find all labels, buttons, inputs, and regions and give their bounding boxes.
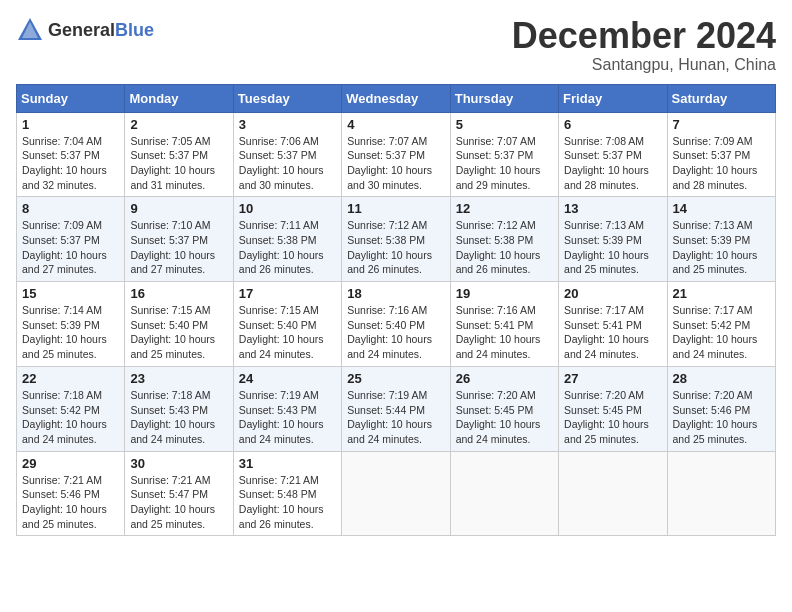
day-number: 26: [456, 371, 553, 386]
day-info: Sunrise: 7:09 AM Sunset: 5:37 PM Dayligh…: [22, 218, 119, 277]
day-number: 14: [673, 201, 770, 216]
day-cell-27: 27Sunrise: 7:20 AM Sunset: 5:45 PM Dayli…: [559, 366, 667, 451]
day-number: 1: [22, 117, 119, 132]
day-number: 11: [347, 201, 444, 216]
day-number: 23: [130, 371, 227, 386]
logo-general: GeneralBlue: [48, 21, 154, 40]
day-number: 7: [673, 117, 770, 132]
empty-cell: [559, 451, 667, 536]
day-info: Sunrise: 7:16 AM Sunset: 5:41 PM Dayligh…: [456, 303, 553, 362]
day-number: 2: [130, 117, 227, 132]
calendar-table: SundayMondayTuesdayWednesdayThursdayFrid…: [16, 84, 776, 537]
day-info: Sunrise: 7:21 AM Sunset: 5:46 PM Dayligh…: [22, 473, 119, 532]
day-cell-1: 1Sunrise: 7:04 AM Sunset: 5:37 PM Daylig…: [17, 112, 125, 197]
day-number: 16: [130, 286, 227, 301]
day-cell-29: 29Sunrise: 7:21 AM Sunset: 5:46 PM Dayli…: [17, 451, 125, 536]
day-number: 24: [239, 371, 336, 386]
empty-cell: [450, 451, 558, 536]
day-info: Sunrise: 7:21 AM Sunset: 5:48 PM Dayligh…: [239, 473, 336, 532]
day-number: 22: [22, 371, 119, 386]
day-cell-30: 30Sunrise: 7:21 AM Sunset: 5:47 PM Dayli…: [125, 451, 233, 536]
day-cell-14: 14Sunrise: 7:13 AM Sunset: 5:39 PM Dayli…: [667, 197, 775, 282]
week-row-3: 15Sunrise: 7:14 AM Sunset: 5:39 PM Dayli…: [17, 282, 776, 367]
day-info: Sunrise: 7:16 AM Sunset: 5:40 PM Dayligh…: [347, 303, 444, 362]
day-cell-21: 21Sunrise: 7:17 AM Sunset: 5:42 PM Dayli…: [667, 282, 775, 367]
day-info: Sunrise: 7:11 AM Sunset: 5:38 PM Dayligh…: [239, 218, 336, 277]
day-cell-28: 28Sunrise: 7:20 AM Sunset: 5:46 PM Dayli…: [667, 366, 775, 451]
day-info: Sunrise: 7:20 AM Sunset: 5:46 PM Dayligh…: [673, 388, 770, 447]
weekday-header-friday: Friday: [559, 84, 667, 112]
day-info: Sunrise: 7:12 AM Sunset: 5:38 PM Dayligh…: [347, 218, 444, 277]
day-number: 5: [456, 117, 553, 132]
day-number: 17: [239, 286, 336, 301]
day-cell-16: 16Sunrise: 7:15 AM Sunset: 5:40 PM Dayli…: [125, 282, 233, 367]
day-cell-9: 9Sunrise: 7:10 AM Sunset: 5:37 PM Daylig…: [125, 197, 233, 282]
weekday-header-thursday: Thursday: [450, 84, 558, 112]
day-info: Sunrise: 7:07 AM Sunset: 5:37 PM Dayligh…: [347, 134, 444, 193]
day-cell-31: 31Sunrise: 7:21 AM Sunset: 5:48 PM Dayli…: [233, 451, 341, 536]
day-info: Sunrise: 7:19 AM Sunset: 5:43 PM Dayligh…: [239, 388, 336, 447]
day-number: 9: [130, 201, 227, 216]
day-info: Sunrise: 7:20 AM Sunset: 5:45 PM Dayligh…: [564, 388, 661, 447]
day-cell-10: 10Sunrise: 7:11 AM Sunset: 5:38 PM Dayli…: [233, 197, 341, 282]
day-cell-19: 19Sunrise: 7:16 AM Sunset: 5:41 PM Dayli…: [450, 282, 558, 367]
day-info: Sunrise: 7:13 AM Sunset: 5:39 PM Dayligh…: [564, 218, 661, 277]
empty-cell: [342, 451, 450, 536]
day-cell-20: 20Sunrise: 7:17 AM Sunset: 5:41 PM Dayli…: [559, 282, 667, 367]
day-cell-18: 18Sunrise: 7:16 AM Sunset: 5:40 PM Dayli…: [342, 282, 450, 367]
empty-cell: [667, 451, 775, 536]
weekday-header-tuesday: Tuesday: [233, 84, 341, 112]
day-cell-12: 12Sunrise: 7:12 AM Sunset: 5:38 PM Dayli…: [450, 197, 558, 282]
day-cell-15: 15Sunrise: 7:14 AM Sunset: 5:39 PM Dayli…: [17, 282, 125, 367]
day-cell-4: 4Sunrise: 7:07 AM Sunset: 5:37 PM Daylig…: [342, 112, 450, 197]
weekday-header-saturday: Saturday: [667, 84, 775, 112]
day-number: 10: [239, 201, 336, 216]
day-info: Sunrise: 7:17 AM Sunset: 5:42 PM Dayligh…: [673, 303, 770, 362]
day-number: 18: [347, 286, 444, 301]
day-number: 21: [673, 286, 770, 301]
day-number: 27: [564, 371, 661, 386]
logo: GeneralBlue: [16, 16, 154, 44]
weekday-header-sunday: Sunday: [17, 84, 125, 112]
day-info: Sunrise: 7:07 AM Sunset: 5:37 PM Dayligh…: [456, 134, 553, 193]
day-cell-22: 22Sunrise: 7:18 AM Sunset: 5:42 PM Dayli…: [17, 366, 125, 451]
day-info: Sunrise: 7:19 AM Sunset: 5:44 PM Dayligh…: [347, 388, 444, 447]
day-number: 6: [564, 117, 661, 132]
day-cell-8: 8Sunrise: 7:09 AM Sunset: 5:37 PM Daylig…: [17, 197, 125, 282]
weekday-header-monday: Monday: [125, 84, 233, 112]
day-number: 25: [347, 371, 444, 386]
logo-icon: [16, 16, 44, 44]
day-cell-26: 26Sunrise: 7:20 AM Sunset: 5:45 PM Dayli…: [450, 366, 558, 451]
day-info: Sunrise: 7:04 AM Sunset: 5:37 PM Dayligh…: [22, 134, 119, 193]
day-info: Sunrise: 7:08 AM Sunset: 5:37 PM Dayligh…: [564, 134, 661, 193]
day-cell-24: 24Sunrise: 7:19 AM Sunset: 5:43 PM Dayli…: [233, 366, 341, 451]
day-info: Sunrise: 7:20 AM Sunset: 5:45 PM Dayligh…: [456, 388, 553, 447]
day-cell-2: 2Sunrise: 7:05 AM Sunset: 5:37 PM Daylig…: [125, 112, 233, 197]
day-cell-11: 11Sunrise: 7:12 AM Sunset: 5:38 PM Dayli…: [342, 197, 450, 282]
day-number: 20: [564, 286, 661, 301]
day-cell-6: 6Sunrise: 7:08 AM Sunset: 5:37 PM Daylig…: [559, 112, 667, 197]
day-info: Sunrise: 7:15 AM Sunset: 5:40 PM Dayligh…: [239, 303, 336, 362]
day-number: 15: [22, 286, 119, 301]
day-info: Sunrise: 7:14 AM Sunset: 5:39 PM Dayligh…: [22, 303, 119, 362]
page-header: GeneralBlue December 2024 Santangpu, Hun…: [16, 16, 776, 74]
day-number: 3: [239, 117, 336, 132]
day-number: 12: [456, 201, 553, 216]
day-cell-25: 25Sunrise: 7:19 AM Sunset: 5:44 PM Dayli…: [342, 366, 450, 451]
day-number: 8: [22, 201, 119, 216]
week-row-2: 8Sunrise: 7:09 AM Sunset: 5:37 PM Daylig…: [17, 197, 776, 282]
day-cell-3: 3Sunrise: 7:06 AM Sunset: 5:37 PM Daylig…: [233, 112, 341, 197]
day-cell-13: 13Sunrise: 7:13 AM Sunset: 5:39 PM Dayli…: [559, 197, 667, 282]
day-number: 13: [564, 201, 661, 216]
day-info: Sunrise: 7:13 AM Sunset: 5:39 PM Dayligh…: [673, 218, 770, 277]
week-row-4: 22Sunrise: 7:18 AM Sunset: 5:42 PM Dayli…: [17, 366, 776, 451]
day-cell-5: 5Sunrise: 7:07 AM Sunset: 5:37 PM Daylig…: [450, 112, 558, 197]
day-info: Sunrise: 7:12 AM Sunset: 5:38 PM Dayligh…: [456, 218, 553, 277]
day-info: Sunrise: 7:18 AM Sunset: 5:42 PM Dayligh…: [22, 388, 119, 447]
day-number: 30: [130, 456, 227, 471]
day-info: Sunrise: 7:10 AM Sunset: 5:37 PM Dayligh…: [130, 218, 227, 277]
day-number: 28: [673, 371, 770, 386]
day-cell-17: 17Sunrise: 7:15 AM Sunset: 5:40 PM Dayli…: [233, 282, 341, 367]
day-number: 4: [347, 117, 444, 132]
day-number: 31: [239, 456, 336, 471]
